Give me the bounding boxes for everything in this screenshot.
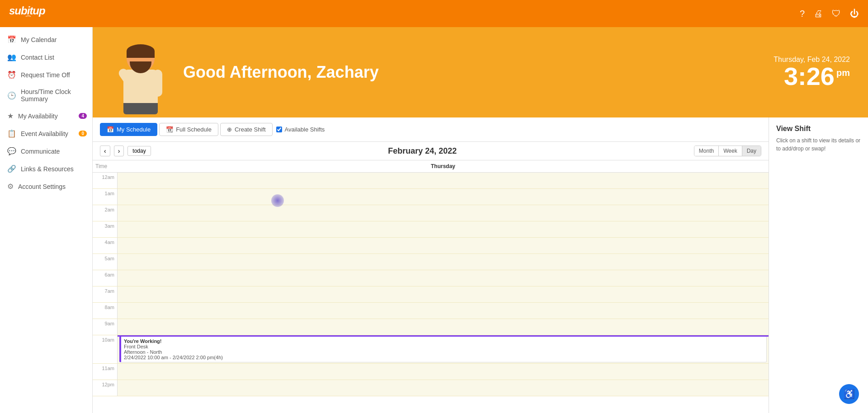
tab-create-shift[interactable]: ⊕ Create Shift (220, 123, 273, 136)
time-row: 3am (93, 221, 769, 238)
time-display: 3:26pm (774, 64, 850, 89)
time-row: 11am (93, 364, 769, 380)
grid-body: 12am1am2am3am4am5am6am7am8am9am10am You'… (93, 173, 769, 413)
shift-location: Front Desk (124, 344, 764, 349)
time-label: 9am (93, 319, 118, 335)
calendar-icon: 📅 (7, 35, 16, 44)
topbar-icons: ? 🖨 🛡 ⏻ (800, 9, 859, 19)
time-row: 6am (93, 270, 769, 286)
time-label: 11am (93, 364, 118, 380)
schedule-main: 📅 My Schedule 📆 Full Schedule ⊕ Create S… (93, 117, 769, 413)
power-icon[interactable]: ⏻ (850, 9, 859, 19)
sidebar-label-hours-time-clock: Hours/Time Clock Summary (21, 88, 85, 103)
view-buttons: Month Week Day (694, 145, 761, 156)
gear-icon: ⚙ (7, 182, 14, 191)
main-layout: 📅 My Calendar 👥 Contact List ⏰ Request T… (0, 27, 868, 413)
sidebar-item-links-resources[interactable]: 🔗 Links & Resources (0, 160, 92, 178)
time-cell (118, 189, 769, 205)
prev-button[interactable]: ‹ (100, 145, 110, 156)
tab-my-schedule[interactable]: 📅 My Schedule (100, 123, 157, 136)
content-area: Good Afternoon, Zachary Thursday, Feb 24… (93, 27, 868, 413)
greeting: Good Afternoon, Zachary (183, 63, 379, 82)
time-label: 6am (93, 270, 118, 286)
time-row: 12pm (93, 380, 769, 396)
sidebar-item-hours-time-clock[interactable]: 🕒 Hours/Time Clock Summary (0, 84, 92, 107)
time-ampm: pm (836, 68, 850, 78)
time-row: 7am (93, 286, 769, 303)
tab-create-shift-label: Create Shift (235, 126, 266, 133)
sidebar-item-my-calendar[interactable]: 📅 My Calendar (0, 31, 92, 48)
week-view-button[interactable]: Week (719, 146, 742, 156)
shift-time: 2/24/2022 10:00 am - 2/24/2022 2:00 pm(4… (124, 355, 764, 360)
request-icon: ⏰ (7, 70, 16, 79)
time-row: 4am (93, 238, 769, 254)
communicate-icon: 💬 (7, 147, 16, 155)
sidebar-label-my-calendar: My Calendar (21, 36, 57, 43)
time-row: 10am You're Working! Front Desk Afternoo… (93, 335, 769, 364)
month-view-button[interactable]: Month (694, 146, 719, 156)
available-shifts-checkbox-label[interactable]: Available Shifts (276, 126, 325, 133)
sidebar-label-links-resources: Links & Resources (21, 165, 74, 173)
today-button[interactable]: today (127, 146, 151, 156)
clock-icon: 🕒 (7, 91, 16, 100)
view-shift-panel: View Shift Click on a shift to view its … (769, 117, 868, 413)
sidebar-item-request-time-off[interactable]: ⏰ Request Time Off (0, 66, 92, 84)
sidebar: 📅 My Calendar 👥 Contact List ⏰ Request T… (0, 27, 93, 413)
print-icon[interactable]: 🖨 (814, 9, 823, 19)
sidebar-item-event-availability[interactable]: 📋 Event Availability 0 (0, 125, 92, 142)
availability-badge: 4 (79, 113, 87, 119)
logo-sub: ⁀ (25, 16, 29, 22)
time-label: 5am (93, 254, 118, 270)
time-label: 4am (93, 238, 118, 253)
logo-text: subitup (9, 5, 45, 16)
shift-area: Afternoon - North (124, 349, 764, 355)
view-shift-title: View Shift (776, 125, 861, 133)
time-cell (118, 286, 769, 302)
create-shift-icon: ⊕ (227, 126, 232, 133)
topbar: subitup ⁀ ? 🖨 🛡 ⏻ (0, 0, 868, 27)
available-shifts-label: Available Shifts (285, 126, 325, 133)
star-icon: ★ (7, 112, 14, 120)
sidebar-label-request-time-off: Request Time Off (21, 71, 70, 79)
tab-full-schedule[interactable]: 📆 Full Schedule (159, 123, 218, 136)
sidebar-item-account-settings[interactable]: ⚙ Account Settings (0, 178, 92, 195)
time-label: 12am (93, 173, 118, 188)
sidebar-label-contact-list: Contact List (21, 54, 54, 61)
time-label: 7am (93, 286, 118, 302)
next-button[interactable]: › (114, 145, 124, 156)
time-row: 12am (93, 173, 769, 189)
sidebar-label-account-settings: Account Settings (18, 183, 66, 190)
time-label: 10am (93, 335, 118, 363)
time-cell (118, 254, 769, 270)
time-label: 1am (93, 189, 118, 205)
shift-block[interactable]: You're Working! Front Desk Afternoon - N… (119, 336, 767, 362)
calendar-title: February 24, 2022 (388, 146, 457, 156)
accessibility-button[interactable]: ♿ (839, 384, 859, 404)
schedule-tabs: 📅 My Schedule 📆 Full Schedule ⊕ Create S… (93, 117, 769, 142)
tab-full-schedule-label: Full Schedule (176, 126, 212, 133)
available-shifts-checkbox[interactable] (276, 127, 282, 132)
shield-icon[interactable]: 🛡 (832, 9, 841, 19)
sidebar-item-contact-list[interactable]: 👥 Contact List (0, 48, 92, 66)
event-badge: 0 (79, 131, 87, 136)
sidebar-label-event-availability: Event Availability (21, 130, 68, 137)
view-shift-description: Click on a shift to view its details or … (776, 136, 861, 153)
time-value: 3:26 (784, 62, 835, 90)
time-cell (118, 364, 769, 380)
logo[interactable]: subitup ⁀ (9, 5, 45, 22)
sidebar-item-my-availability[interactable]: ★ My Availability 4 (0, 107, 92, 125)
time-cell (118, 270, 769, 286)
character-illustration (111, 32, 174, 113)
shift-title: You're Working! (124, 338, 764, 344)
sidebar-item-communicate[interactable]: 💬 Communicate (0, 142, 92, 160)
time-cell (118, 303, 769, 319)
time-label: 8am (93, 303, 118, 319)
time-cell (118, 238, 769, 253)
help-icon[interactable]: ? (800, 9, 805, 19)
time-row: 5am (93, 254, 769, 270)
time-cell (118, 221, 769, 237)
datetime: Thursday, Feb 24, 2022 3:26pm (774, 56, 850, 89)
day-view-button[interactable]: Day (742, 146, 761, 156)
time-row: 2am (93, 205, 769, 221)
time-label: 2am (93, 205, 118, 221)
